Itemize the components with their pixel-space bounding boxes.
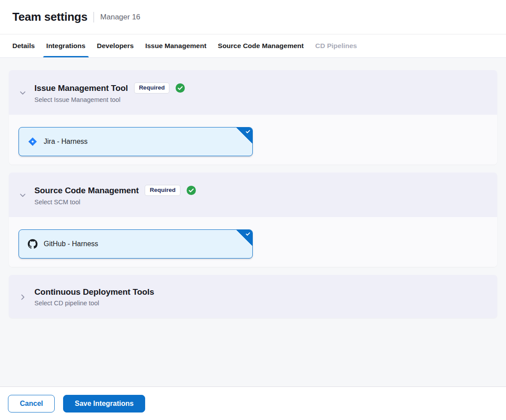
title-divider (94, 12, 94, 22)
required-badge: Required (134, 82, 170, 94)
tool-card-github-harness[interactable]: GitHub - Harness (19, 229, 253, 259)
chevron-down-icon[interactable] (19, 89, 26, 97)
section-subtitle: Select Issue Management tool (34, 96, 185, 103)
tab-details[interactable]: Details (9, 34, 38, 57)
section-titles: Source Code Management Required Select S… (34, 185, 196, 206)
jira-icon (28, 137, 37, 146)
section-subtitle: Select SCM tool (34, 199, 196, 206)
required-badge: Required (145, 185, 180, 196)
tab-source-code-management[interactable]: Source Code Management (215, 34, 307, 57)
tool-card-jira-harness[interactable]: Jira - Harness (19, 127, 253, 156)
section-body: Jira - Harness (9, 115, 497, 165)
page-title: Team settings (12, 10, 87, 24)
github-icon (28, 239, 37, 249)
team-settings-page: Team settings Manager 16 Details Integra… (0, 0, 506, 420)
save-integrations-button[interactable]: Save Integrations (63, 395, 145, 412)
page-context-label: Manager 16 (100, 13, 140, 22)
tab-issue-management[interactable]: Issue Management (142, 34, 210, 57)
check-circle-icon (187, 186, 196, 195)
tool-name: Jira - Harness (44, 138, 88, 146)
page-header: Team settings Manager 16 (0, 0, 506, 34)
check-circle-icon (176, 83, 185, 93)
section-subtitle: Select CD pipeline tool (34, 300, 154, 307)
section-title: Source Code Management (34, 186, 139, 195)
tool-name: GitHub - Harness (44, 240, 98, 248)
section-header-cd-tools[interactable]: Continuous Deployment Tools Select CD pi… (9, 275, 497, 318)
section-titles: Issue Management Tool Required Select Is… (34, 82, 185, 103)
tab-bar: Details Integrations Developers Issue Ma… (0, 34, 506, 58)
section-title: Issue Management Tool (34, 83, 128, 93)
section-continuous-deployment-tools: Continuous Deployment Tools Select CD pi… (9, 275, 497, 318)
tab-cd-pipelines: CD Pipelines (312, 34, 360, 57)
tab-integrations[interactable]: Integrations (43, 34, 89, 57)
integrations-panel: Issue Management Tool Required Select Is… (0, 58, 506, 386)
tab-developers[interactable]: Developers (94, 34, 137, 57)
footer-action-bar: Cancel Save Integrations (0, 386, 506, 420)
section-title: Continuous Deployment Tools (34, 287, 154, 297)
selected-corner-check-icon (236, 230, 252, 246)
section-header-issue-management[interactable]: Issue Management Tool Required Select Is… (9, 70, 497, 115)
section-source-code-management: Source Code Management Required Select S… (9, 172, 497, 267)
section-body: GitHub - Harness (9, 217, 497, 267)
chevron-right-icon[interactable] (19, 293, 26, 301)
section-titles: Continuous Deployment Tools Select CD pi… (34, 287, 154, 307)
selected-corner-check-icon (236, 128, 252, 143)
section-header-scm[interactable]: Source Code Management Required Select S… (9, 172, 497, 217)
cancel-button[interactable]: Cancel (8, 395, 55, 412)
chevron-down-icon[interactable] (19, 191, 26, 199)
section-issue-management-tool: Issue Management Tool Required Select Is… (9, 70, 497, 165)
